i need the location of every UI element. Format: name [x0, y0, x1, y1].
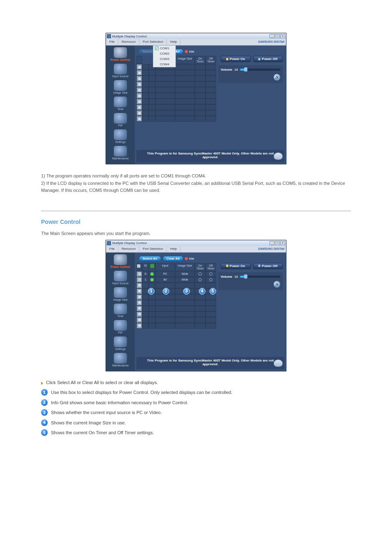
select-all-button[interactable]: Select All: [139, 256, 161, 261]
table-row[interactable]: [136, 311, 217, 317]
sidebar-item-maintenance[interactable]: Maintenance: [106, 353, 135, 367]
sidebar-item-pip[interactable]: PIP: [106, 320, 135, 334]
table-row[interactable]: [136, 70, 217, 76]
table-row[interactable]: ✓ 0 PC Wide: [136, 271, 217, 277]
checkbox[interactable]: ✓: [137, 264, 141, 268]
status-header-icon: [150, 264, 154, 268]
checkbox[interactable]: [138, 77, 141, 81]
power-off-button[interactable]: Power Off: [253, 263, 283, 269]
checkbox[interactable]: [138, 306, 141, 310]
table-row[interactable]: [136, 99, 217, 104]
menu-help[interactable]: Help: [167, 39, 180, 45]
maximize-icon[interactable]: □: [275, 34, 280, 38]
sidebar-item-power[interactable]: Power Control: [106, 254, 135, 268]
checkbox[interactable]: [138, 106, 141, 109]
volume-slider[interactable]: [240, 69, 280, 71]
idle-indicator: Idle: [185, 50, 194, 53]
table-row[interactable]: [136, 283, 217, 288]
table-row[interactable]: [136, 104, 217, 110]
power-on-button[interactable]: Power On: [221, 263, 251, 269]
checkbox[interactable]: ✓: [138, 278, 141, 281]
sidebar-item-image-size[interactable]: Image Size: [106, 287, 135, 301]
menu-port-selection[interactable]: Port Selection: [139, 39, 167, 45]
sidebar-item-time[interactable]: Time: [106, 97, 135, 111]
table-row[interactable]: [136, 93, 217, 99]
checkbox[interactable]: [138, 117, 141, 121]
app-icon: [107, 34, 111, 38]
sidebar-item-time[interactable]: Time: [106, 304, 135, 318]
table-row[interactable]: [136, 288, 217, 294]
sidebar-item-maintenance[interactable]: Maintenance: [106, 146, 135, 160]
pip-icon: [114, 113, 127, 124]
menu-file[interactable]: File: [106, 39, 118, 45]
checkbox[interactable]: [138, 295, 141, 299]
checkbox[interactable]: [138, 94, 141, 98]
checkbox[interactable]: [138, 65, 141, 69]
sidebar-item-input[interactable]: Input Source: [106, 271, 135, 285]
sidebar-item-image-size[interactable]: Image Size: [106, 80, 135, 94]
slider-thumb[interactable]: [244, 274, 247, 279]
checkbox[interactable]: [138, 88, 141, 92]
minimize-icon[interactable]: _: [270, 241, 274, 245]
maximize-icon[interactable]: □: [275, 241, 280, 245]
checkbox[interactable]: [138, 324, 141, 327]
table-row[interactable]: [136, 81, 217, 87]
legend-item-1: 1Use this box to select displays for Pow…: [41, 389, 351, 396]
col-checkbox[interactable]: ✓: [136, 263, 142, 271]
app-window-bottom: Multiple Display Control _ □ × File Remo…: [106, 240, 286, 371]
menu-file[interactable]: File: [106, 246, 118, 252]
checkbox[interactable]: [138, 312, 141, 316]
checkbox[interactable]: [138, 111, 141, 115]
volume-panel: Volume 10 🔊: [218, 272, 283, 290]
table-row[interactable]: [136, 110, 217, 116]
checkbox[interactable]: ✓: [138, 272, 141, 276]
table-row[interactable]: [136, 294, 217, 300]
table-row[interactable]: [136, 87, 217, 93]
checkbox[interactable]: [138, 71, 141, 75]
checkbox[interactable]: [138, 301, 141, 304]
sidebar-item-pip[interactable]: PIP: [106, 113, 135, 127]
com3-item[interactable]: COM3: [153, 56, 175, 62]
power-icon: [114, 47, 127, 58]
slider-thumb[interactable]: [244, 67, 247, 71]
sidebar-item-settings[interactable]: Settings: [106, 129, 135, 143]
com4-item[interactable]: COM4: [153, 62, 175, 67]
port-selection-menu: ✓COM1 COM2 COM3 COM4: [153, 45, 176, 67]
menu-port-selection[interactable]: Port Selection: [139, 246, 167, 252]
table-row[interactable]: ✓ 1 AV Wide: [136, 277, 217, 283]
gear-icon: [114, 336, 127, 347]
close-icon[interactable]: ×: [280, 34, 285, 38]
power-off-button[interactable]: Power Off: [253, 56, 283, 62]
table-row[interactable]: [136, 64, 217, 70]
info-grid[interactable]: Input Image Size On Timer Off Timer: [136, 56, 217, 122]
list-item: Click Select All or Clear All to select …: [41, 380, 351, 386]
table-row[interactable]: [136, 323, 217, 329]
table-row[interactable]: [136, 116, 217, 122]
menu-remocon[interactable]: Remocon: [118, 246, 139, 252]
checkbox[interactable]: [138, 283, 141, 287]
table-row[interactable]: [136, 76, 217, 81]
sidebar-item-power[interactable]: Power Control: [106, 47, 135, 61]
com2-item[interactable]: COM2: [153, 51, 175, 56]
sidebar-item-settings[interactable]: Settings: [106, 336, 135, 350]
com1-item[interactable]: ✓COM1: [153, 46, 175, 51]
table-row[interactable]: [136, 317, 217, 323]
legend-item-5: 5Shows the current On Timer and Off Time…: [41, 429, 351, 436]
checkbox[interactable]: [138, 318, 141, 322]
minimize-icon[interactable]: _: [270, 34, 274, 38]
checkbox[interactable]: [138, 289, 141, 293]
table-row[interactable]: [136, 306, 217, 311]
table-row[interactable]: [136, 300, 217, 306]
menu-remocon[interactable]: Remocon: [118, 39, 139, 45]
close-icon[interactable]: ×: [280, 241, 285, 245]
power-on-button[interactable]: Power On: [221, 56, 251, 62]
speaker-icon[interactable]: 🔊: [274, 74, 280, 81]
volume-slider[interactable]: [240, 276, 280, 278]
checkbox[interactable]: [138, 100, 141, 104]
sidebar-item-input[interactable]: Input Source: [106, 64, 135, 78]
clear-all-button[interactable]: Clear All: [163, 256, 183, 261]
speaker-icon[interactable]: 🔊: [274, 281, 280, 288]
info-grid[interactable]: ✓ ID Input Image Size On Timer Off Timer…: [136, 263, 217, 329]
checkbox[interactable]: [138, 83, 141, 86]
menu-help[interactable]: Help: [167, 246, 180, 252]
